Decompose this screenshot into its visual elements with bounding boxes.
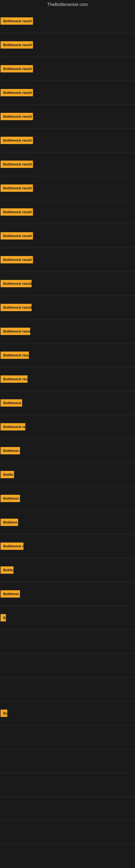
bottleneck-row bbox=[0, 821, 135, 845]
bottleneck-result-label[interactable]: Bottleneck result bbox=[1, 41, 33, 49]
bottleneck-result-label[interactable]: Bo bbox=[1, 710, 7, 717]
bottleneck-row: Bottleneck result bbox=[0, 272, 135, 296]
bottleneck-row: B bbox=[0, 606, 135, 630]
bottleneck-row: Bottleneck bbox=[0, 391, 135, 415]
site-title: TheBottlenecker.com bbox=[0, 0, 135, 9]
bottleneck-result-label[interactable]: Bottleneck result bbox=[1, 328, 30, 335]
bottleneck-result-label[interactable]: Bottleneck result bbox=[1, 280, 32, 287]
bottleneck-row: Bottleneck resu bbox=[0, 367, 135, 391]
bottleneck-row: Bottleneck result bbox=[0, 81, 135, 105]
bottleneck-result-label[interactable]: Bottleneck result bbox=[1, 89, 33, 96]
bottleneck-result-label[interactable]: Bottleneck result bbox=[1, 65, 33, 72]
bottleneck-row: Bottle bbox=[0, 463, 135, 487]
bottleneck-result-label[interactable]: Bottleneck result bbox=[1, 137, 33, 144]
bottleneck-result-label[interactable]: Bottleneck result bbox=[1, 113, 33, 120]
bottleneck-result-label[interactable]: Bottleneck result bbox=[1, 256, 33, 264]
site-title-bar: TheBottlenecker.com bbox=[0, 0, 135, 9]
bottleneck-result-label[interactable]: Bottleneck result bbox=[1, 208, 33, 216]
bottleneck-row bbox=[0, 749, 135, 773]
bottleneck-result-label[interactable]: Bottleneck result bbox=[1, 304, 32, 311]
bottleneck-row: Bottle bbox=[0, 558, 135, 582]
bottleneck-row: Bottleneck result bbox=[0, 33, 135, 57]
bottleneck-row: Bottleneck result bbox=[0, 296, 135, 319]
bottleneck-row: Bottleneck result bbox=[0, 248, 135, 272]
bottleneck-row: Bottleneck result bbox=[0, 152, 135, 176]
bottleneck-result-label[interactable]: Bottleneck bbox=[1, 399, 22, 407]
bottleneck-result-label[interactable]: Bottleneck result bbox=[1, 18, 33, 25]
bottleneck-result-label[interactable]: Bottle bbox=[1, 471, 14, 478]
bottleneck-result-label[interactable]: Bottleneck result bbox=[1, 161, 33, 168]
bottleneck-result-label[interactable]: Bottleneck r bbox=[1, 542, 24, 550]
bottleneck-row: Bottleneck result bbox=[0, 176, 135, 200]
bottleneck-list: Bottleneck resultBottleneck resultBottle… bbox=[0, 9, 135, 845]
bottleneck-result-label[interactable]: Bottleneck result bbox=[1, 184, 33, 192]
bottleneck-row: Bottleneck res bbox=[0, 415, 135, 439]
bottleneck-row bbox=[0, 654, 135, 678]
bottleneck-row bbox=[0, 630, 135, 654]
bottleneck-result-label[interactable]: Bottlenec bbox=[1, 590, 20, 597]
bottleneck-result-label[interactable]: B bbox=[1, 614, 6, 621]
bottleneck-row: Bottlenec bbox=[0, 487, 135, 510]
bottleneck-result-label[interactable]: Bottle bbox=[1, 566, 13, 574]
bottleneck-row bbox=[0, 773, 135, 797]
bottleneck-result-label[interactable]: Bottlenec bbox=[1, 495, 20, 502]
bottleneck-row bbox=[0, 678, 135, 702]
bottleneck-result-label[interactable]: Bottlenec bbox=[1, 447, 20, 454]
bottleneck-row bbox=[0, 725, 135, 749]
bottleneck-row: Bottleneck result bbox=[0, 319, 135, 343]
bottleneck-row: Bo bbox=[0, 702, 135, 725]
bottleneck-result-label[interactable]: Bottleneck res bbox=[1, 423, 26, 431]
bottleneck-row: Bottlenec bbox=[0, 582, 135, 606]
bottleneck-row: Bottlenec bbox=[0, 439, 135, 463]
bottleneck-row: Bottleneck result bbox=[0, 224, 135, 248]
bottleneck-row: Bottleneck result bbox=[0, 9, 135, 33]
bottleneck-result-label[interactable]: Bottleneck result bbox=[1, 232, 33, 240]
bottleneck-result-label[interactable]: Bottleneck resu bbox=[1, 375, 28, 383]
bottleneck-result-label[interactable]: Bottlene bbox=[1, 519, 18, 526]
bottleneck-result-label[interactable]: Bottleneck result bbox=[1, 351, 29, 359]
bottleneck-row: Bottleneck result bbox=[0, 57, 135, 81]
bottleneck-row: Bottlene bbox=[0, 510, 135, 534]
bottleneck-row: Bottleneck result bbox=[0, 129, 135, 152]
bottleneck-row bbox=[0, 797, 135, 821]
bottleneck-row: Bottleneck result bbox=[0, 343, 135, 367]
bottleneck-row: Bottleneck r bbox=[0, 534, 135, 558]
bottleneck-row: Bottleneck result bbox=[0, 105, 135, 129]
bottleneck-row: Bottleneck result bbox=[0, 200, 135, 224]
